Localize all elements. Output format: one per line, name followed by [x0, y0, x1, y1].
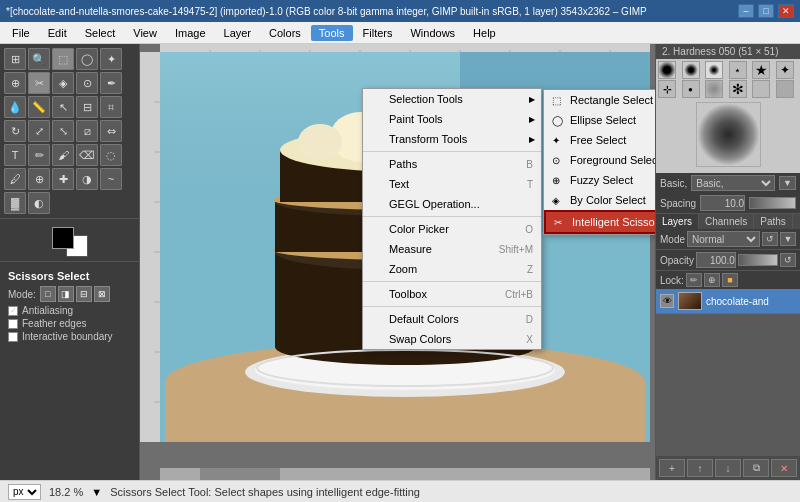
brush-item-6[interactable]: ✦ [776, 61, 794, 79]
brush-item-8[interactable]: ● [682, 80, 700, 98]
maximize-button[interactable]: □ [758, 4, 774, 18]
flip-tool[interactable]: ⇔ [100, 120, 122, 142]
opacity-reset[interactable]: ↺ [780, 253, 796, 267]
horizontal-scrollbar[interactable] [160, 468, 650, 480]
dodge-burn-tool[interactable]: ◑ [76, 168, 98, 190]
brush-item-11[interactable] [752, 80, 770, 98]
smudge-tool[interactable]: ~ [100, 168, 122, 190]
close-button[interactable]: ✕ [778, 4, 794, 18]
layer-mode-options[interactable]: ▼ [780, 232, 796, 246]
eraser-tool[interactable]: ⌫ [76, 144, 98, 166]
mode-add-btn[interactable]: ◨ [58, 286, 74, 302]
gegl-menu-item[interactable]: GEGL Operation... [363, 194, 541, 214]
menu-tools[interactable]: Tools [311, 25, 353, 41]
brush-item-12[interactable] [776, 80, 794, 98]
brush-item-9[interactable] [705, 80, 723, 98]
foreground-color[interactable] [52, 227, 74, 249]
menu-select[interactable]: Select [77, 25, 124, 41]
brush-item-1[interactable] [658, 61, 676, 79]
default-colors-menu-item[interactable]: Default Colors D [363, 309, 541, 329]
brush-item-5[interactable]: ★ [752, 61, 770, 79]
layers-tab[interactable]: Layers [656, 214, 699, 229]
paint-tools-menu-item[interactable]: Paint Tools [363, 109, 541, 129]
paths-menu-item[interactable]: Paths B [363, 154, 541, 174]
layer-mode-reset[interactable]: ↺ [762, 232, 778, 246]
menu-view[interactable]: View [125, 25, 165, 41]
fuzzy-select-tool[interactable]: ⊕ [4, 72, 26, 94]
perspective-tool[interactable]: ⧄ [76, 120, 98, 142]
blend-tool[interactable]: ◐ [28, 192, 50, 214]
free-select-tool[interactable]: ✦ [100, 48, 122, 70]
align-tool[interactable]: ⊟ [76, 96, 98, 118]
scrollbar-thumb[interactable] [200, 468, 280, 480]
lock-position-btn[interactable]: ⊕ [704, 273, 720, 287]
bucket-fill-tool[interactable]: ▓ [4, 192, 26, 214]
paths-tab[interactable]: Paths [754, 214, 793, 229]
layer-item[interactable]: 👁 chocolate-and [656, 289, 800, 314]
new-layer-button[interactable]: + [659, 459, 685, 477]
text-menu-item[interactable]: Text T [363, 174, 541, 194]
rectangle-select-item[interactable]: ⬚ Rectangle Select R [544, 90, 655, 110]
lock-pixels-btn[interactable]: ✏ [686, 273, 702, 287]
ellipse-select-tool[interactable]: ◯ [76, 48, 98, 70]
intelligent-scissors-item[interactable]: ✂ Intelligent Scissors I [544, 210, 655, 234]
rectangle-select-tool[interactable]: ⬚ [52, 48, 74, 70]
antialiasing-checkbox[interactable]: ✓ [8, 306, 18, 316]
foreground-background-colors[interactable] [52, 227, 88, 257]
by-color-select-item[interactable]: ◈ By Color Select Shift+O [544, 190, 655, 210]
scale-tool[interactable]: ⤢ [28, 120, 50, 142]
color-picker-menu-item[interactable]: Color Picker O [363, 219, 541, 239]
swap-colors-menu-item[interactable]: Swap Colors X [363, 329, 541, 349]
measure-menu-item[interactable]: Measure Shift+M [363, 239, 541, 259]
minimize-button[interactable]: – [738, 4, 754, 18]
brush-item-4[interactable]: ⋆ [729, 61, 747, 79]
brush-item-2[interactable] [682, 61, 700, 79]
opacity-slider[interactable] [738, 254, 778, 266]
brush-item-7[interactable]: ⊹ [658, 80, 676, 98]
by-color-select-tool[interactable]: ◈ [52, 72, 74, 94]
menu-windows[interactable]: Windows [402, 25, 463, 41]
airbrush-tool[interactable]: ◌ [100, 144, 122, 166]
menu-help[interactable]: Help [465, 25, 504, 41]
brush-preset-select[interactable]: Basic, [691, 175, 775, 191]
layer-mode-select[interactable]: Normal [687, 231, 760, 247]
rotate-tool[interactable]: ↻ [4, 120, 26, 142]
raise-layer-button[interactable]: ↑ [687, 459, 713, 477]
shear-tool[interactable]: ⤡ [52, 120, 74, 142]
brush-options-button[interactable]: ▼ [779, 176, 796, 190]
pencil-tool[interactable]: ✏ [28, 144, 50, 166]
foreground-select-item[interactable]: ⊙ Foreground Select [544, 150, 655, 170]
text-tool[interactable]: T [4, 144, 26, 166]
scissors-select-tool[interactable]: ✂ [28, 72, 50, 94]
feather-edges-checkbox[interactable] [8, 319, 18, 329]
transform-tools-menu-item[interactable]: Transform Tools [363, 129, 541, 149]
spacing-input[interactable] [700, 195, 745, 211]
brush-item-3[interactable] [705, 61, 723, 79]
delete-layer-button[interactable]: ✕ [771, 459, 797, 477]
menu-layer[interactable]: Layer [216, 25, 260, 41]
mode-replace-btn[interactable]: □ [40, 286, 56, 302]
lower-layer-button[interactable]: ↓ [715, 459, 741, 477]
menu-colors[interactable]: Colors [261, 25, 309, 41]
crop-tool[interactable]: ⌗ [100, 96, 122, 118]
lock-alpha-btn[interactable]: ■ [722, 273, 738, 287]
free-select-item[interactable]: ✦ Free Select F [544, 130, 655, 150]
channels-tab[interactable]: Channels [699, 214, 754, 229]
toolbox-menu-item[interactable]: Toolbox Ctrl+B [363, 284, 541, 304]
canvas-area[interactable]: Selection Tools ⬚ Rectangle Select R ◯ E… [140, 44, 655, 480]
paths-tool[interactable]: ✒ [100, 72, 122, 94]
color-picker-tool[interactable]: 💧 [4, 96, 26, 118]
menu-image[interactable]: Image [167, 25, 214, 41]
mode-intersect-btn[interactable]: ⊠ [94, 286, 110, 302]
ink-tool[interactable]: 🖊 [4, 168, 26, 190]
heal-tool[interactable]: ✚ [52, 168, 74, 190]
measure-tool[interactable]: 📏 [28, 96, 50, 118]
layer-visibility-toggle[interactable]: 👁 [660, 294, 674, 308]
interactive-boundary-checkbox[interactable] [8, 332, 18, 342]
paintbrush-tool[interactable]: 🖌 [52, 144, 74, 166]
brush-item-10[interactable]: ✻ [729, 80, 747, 98]
selection-tools-menu-item[interactable]: Selection Tools ⬚ Rectangle Select R ◯ E… [363, 89, 541, 109]
duplicate-layer-button[interactable]: ⧉ [743, 459, 769, 477]
zoom-to-fit-button[interactable]: ⊞ [4, 48, 26, 70]
move-tool[interactable]: ↖ [52, 96, 74, 118]
